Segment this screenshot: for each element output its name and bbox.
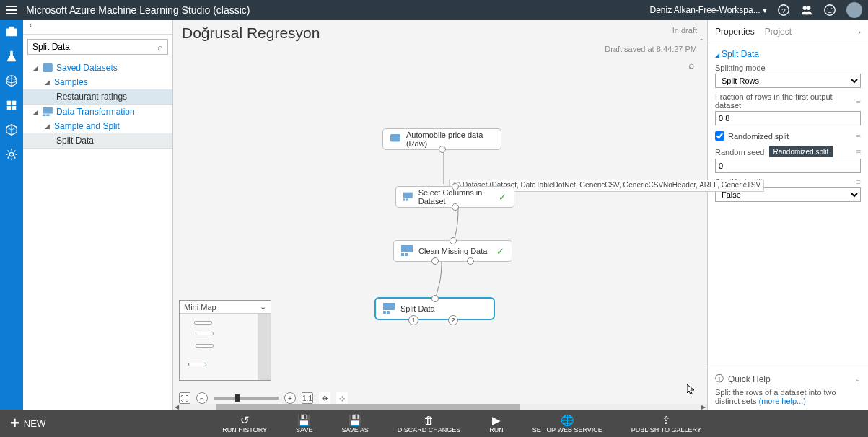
tree-data-transformation[interactable]: ◢ Data Transformation: [23, 105, 172, 119]
rail-datasets-icon[interactable]: [4, 98, 19, 112]
tree-item-restaurant-ratings[interactable]: Restaurant ratings: [23, 89, 172, 105]
node-clean-missing[interactable]: Clean Missing Data ✓: [393, 240, 512, 262]
workspace-dropdown[interactable]: Deniz Alkan-Free-Workspa... ▾: [650, 5, 768, 15]
handle-icon[interactable]: ≡: [856, 97, 861, 105]
properties-panel: Properties Project › ◢Split Data Splitti…: [708, 20, 868, 410]
minimap-title: Mini Map: [184, 303, 216, 312]
palette-search-input[interactable]: [32, 42, 157, 52]
panel-expand-icon[interactable]: ›: [858, 27, 861, 36]
output-port[interactable]: [452, 203, 459, 211]
tab-properties[interactable]: Properties: [715, 27, 755, 37]
canvas-scrollbar[interactable]: ◀▶: [173, 404, 707, 410]
chevron-down-icon[interactable]: ⌄: [855, 375, 861, 383]
rail-projects-icon[interactable]: [4, 25, 19, 39]
input-port[interactable]: [431, 295, 439, 302]
zoom-center-icon[interactable]: ⊹: [336, 392, 348, 404]
svg-rect-7: [6, 29, 17, 37]
zoom-actual-button[interactable]: 1:1: [302, 392, 313, 404]
save-icon: 💾: [297, 414, 311, 425]
tree-label: Restaurant ratings: [56, 92, 127, 102]
app-title: Microsoft Azure Machine Learning Studio …: [26, 4, 650, 16]
avatar[interactable]: [846, 2, 862, 18]
mouse-cursor: [687, 384, 696, 396]
node-select-columns[interactable]: Select Columns in Dataset ✓: [395, 186, 514, 208]
experiment-title[interactable]: Doğrusal Regresyon: [182, 25, 320, 42]
run-history-button[interactable]: ↺RUN HISTORY: [222, 414, 267, 433]
badge-randomized: Randomized split: [769, 146, 833, 157]
tree-label: Saved Datasets: [56, 63, 118, 73]
label-random-seed: Random seed: [715, 148, 765, 156]
svg-rect-15: [12, 106, 16, 110]
svg-text:?: ?: [781, 6, 786, 14]
zoom-in-button[interactable]: +: [284, 392, 296, 404]
node-automobile-price[interactable]: Automobile price data (Raw): [382, 128, 501, 150]
chevron-down-icon[interactable]: ⌄: [260, 302, 266, 312]
people-icon[interactable]: [800, 4, 813, 17]
rail-experiments-icon[interactable]: [4, 49, 19, 63]
rail-models-icon[interactable]: [4, 123, 19, 137]
search-icon: ⌕: [157, 42, 163, 53]
handle-icon[interactable]: ≡: [856, 147, 861, 157]
input-fraction[interactable]: [715, 111, 861, 125]
minimap[interactable]: Mini Map ⌄: [179, 300, 271, 381]
save-button[interactable]: 💾SAVE: [296, 414, 312, 433]
select-splitting-mode[interactable]: Split Rows: [715, 74, 861, 88]
output-port-1[interactable]: 1: [408, 315, 418, 325]
tree-label: Samples: [54, 77, 88, 87]
tree-item-split-data[interactable]: Split Data: [23, 133, 172, 149]
hamburger-icon[interactable]: [6, 6, 17, 14]
input-random-seed[interactable]: [715, 159, 861, 173]
chevron-down-icon: ◢: [45, 123, 51, 130]
new-button[interactable]: + NEW: [0, 414, 56, 433]
node-split-data[interactable]: Split Data 1 2: [375, 298, 494, 319]
rail-settings-icon[interactable]: [4, 147, 19, 162]
dataset-icon: [390, 133, 400, 145]
output-port-2[interactable]: 2: [448, 315, 458, 325]
section-title[interactable]: ◢Split Data: [715, 49, 861, 59]
run-button[interactable]: ▶RUN: [489, 414, 504, 433]
info-icon: ⓘ: [715, 373, 724, 385]
handle-icon[interactable]: ≡: [856, 177, 861, 186]
experiment-canvas[interactable]: Doğrusal Regresyon In draft Draft saved …: [173, 20, 708, 410]
svg-rect-25: [406, 198, 408, 200]
tree-label: Split Data: [56, 136, 94, 146]
palette-collapse-icon[interactable]: ‹: [23, 20, 38, 34]
checkbox-randomized[interactable]: Randomized split ≡: [715, 131, 861, 141]
label-fraction: Fraction of rows in the first output dat…: [715, 92, 861, 110]
svg-rect-27: [401, 253, 404, 256]
zoom-fit-button[interactable]: ⛶: [179, 392, 190, 404]
check-icon: ✓: [496, 246, 504, 257]
checkbox-input[interactable]: [715, 131, 724, 141]
rail-webservice-icon[interactable]: [4, 74, 19, 88]
output-port-2[interactable]: [467, 257, 474, 265]
svg-rect-19: [43, 114, 45, 116]
bottombar: + NEW ↺RUN HISTORY 💾SAVE 💾SAVE AS 🗑DISCA…: [0, 410, 868, 437]
smiley-icon[interactable]: [823, 4, 836, 17]
input-port[interactable]: [452, 183, 459, 190]
palette-search[interactable]: ⌕: [27, 39, 168, 55]
tree-sample-split[interactable]: ◢ Sample and Split: [23, 119, 172, 133]
save-as-button[interactable]: 💾SAVE AS: [341, 414, 368, 433]
draft-status: In draft: [672, 26, 697, 35]
svg-rect-14: [7, 106, 11, 110]
tree-samples[interactable]: ◢ Samples: [23, 75, 172, 89]
output-port[interactable]: [439, 146, 446, 153]
node-label: Clean Missing Data: [418, 247, 487, 255]
output-port[interactable]: [431, 257, 439, 265]
tab-project[interactable]: Project: [765, 27, 792, 37]
setup-web-service-button[interactable]: 🌐SET UP WEB SERVICE: [532, 414, 602, 433]
svg-rect-23: [403, 193, 413, 198]
zoom-slider[interactable]: [214, 397, 279, 400]
svg-rect-26: [401, 245, 413, 252]
discard-button[interactable]: 🗑DISCARD CHANGES: [398, 414, 461, 433]
input-port[interactable]: [450, 237, 457, 244]
publish-gallery-button[interactable]: ⇪PUBLISH TO GALLERY: [631, 414, 701, 433]
handle-icon[interactable]: ≡: [856, 132, 861, 141]
help-icon[interactable]: ?: [777, 4, 790, 17]
label-splitting-mode: Splitting mode: [715, 63, 861, 72]
more-help-link[interactable]: (more help...): [759, 397, 806, 405]
svg-rect-18: [43, 107, 53, 114]
tree-saved-datasets[interactable]: ◢ Saved Datasets: [23, 61, 172, 75]
zoom-pan-icon[interactable]: ✥: [319, 392, 330, 404]
zoom-out-button[interactable]: −: [196, 392, 208, 404]
